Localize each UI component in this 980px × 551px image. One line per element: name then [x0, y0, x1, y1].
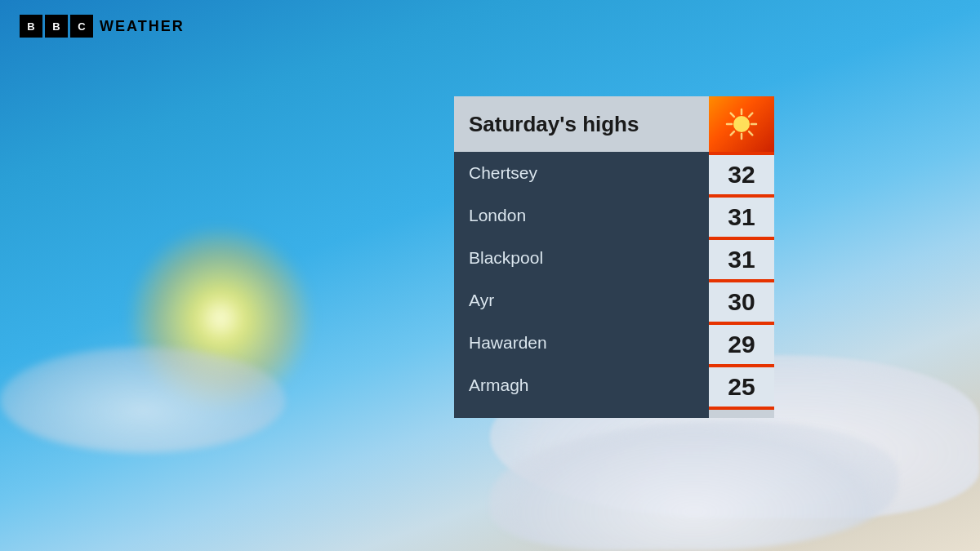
card-footer	[454, 407, 774, 418]
city-name: Blackpool	[469, 248, 543, 268]
weather-card: Saturday's highs Chertsey32London31Black…	[454, 96, 774, 418]
temp-value: 25	[728, 373, 755, 401]
temp-cell: 30	[709, 279, 774, 322]
svg-line-6	[749, 131, 752, 135]
temp-value: 29	[728, 331, 755, 358]
temp-value: 30	[728, 288, 755, 316]
city-cell: Chertsey	[454, 152, 709, 194]
svg-point-0	[733, 116, 750, 132]
weather-rows: Chertsey32London31Blackpool31Ayr30Haward…	[454, 152, 774, 407]
table-row: Chertsey32	[454, 152, 774, 194]
city-cell: Armagh	[454, 364, 709, 407]
temp-cell: 32	[709, 152, 774, 194]
table-row: Ayr30	[454, 279, 774, 322]
temp-value: 31	[728, 203, 755, 231]
table-row: London31	[454, 194, 774, 237]
city-cell: London	[454, 194, 709, 237]
footer-left	[454, 407, 709, 418]
card-header-title-bg: Saturday's highs	[454, 96, 709, 152]
city-name: Hawarden	[469, 333, 547, 353]
temp-value: 32	[728, 161, 755, 189]
cloud-3	[0, 347, 286, 453]
city-cell: Hawarden	[454, 322, 709, 364]
bbc-weather-text: WEATHER	[100, 18, 185, 35]
card-title-text: Saturday's highs	[469, 112, 639, 137]
svg-line-7	[749, 113, 752, 117]
svg-line-8	[731, 131, 734, 135]
bbc-letter-b1: B	[20, 15, 42, 38]
city-name: London	[469, 206, 526, 225]
temp-cell: 29	[709, 322, 774, 364]
city-name: Chertsey	[469, 163, 537, 183]
bbc-weather-logo: B B C WEATHER	[20, 15, 185, 38]
city-name: Armagh	[469, 375, 529, 395]
city-cell: Blackpool	[454, 237, 709, 279]
sun-icon	[724, 106, 760, 142]
bbc-letter-b2: B	[45, 15, 68, 38]
temp-cell: 31	[709, 194, 774, 237]
temp-cell: 25	[709, 364, 774, 407]
card-header: Saturday's highs	[454, 96, 774, 152]
svg-line-5	[731, 113, 734, 117]
temp-value: 31	[728, 246, 755, 273]
city-cell: Ayr	[454, 279, 709, 322]
table-row: Blackpool31	[454, 237, 774, 279]
table-row: Armagh25	[454, 364, 774, 407]
bbc-boxes: B B C	[20, 15, 93, 38]
temperature-icon-gradient	[709, 96, 774, 152]
temp-cell: 31	[709, 237, 774, 279]
table-row: Hawarden29	[454, 322, 774, 364]
city-name: Ayr	[469, 291, 494, 310]
bbc-letter-c: C	[70, 15, 93, 38]
footer-right	[709, 407, 774, 418]
